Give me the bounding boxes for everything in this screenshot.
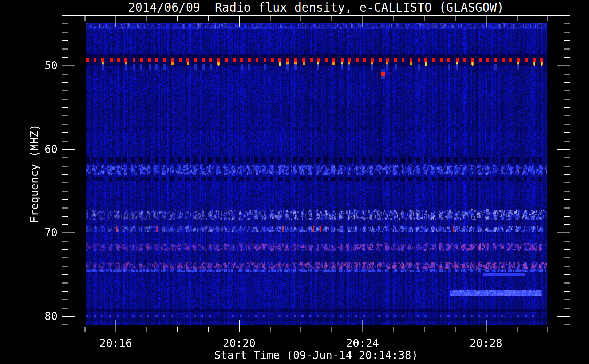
spectrogram-figure: 2014/06/09 Radio flux density, e-CALLIST… [0, 0, 589, 364]
x-axis-label: Start Time (09-Jun-14 20:14:38) [62, 349, 570, 361]
y-tick-label: 70 [28, 226, 58, 239]
x-tick-label: 20:20 [223, 337, 256, 349]
x-tick-label: 20:24 [346, 337, 379, 349]
x-tick-label: 20:28 [470, 337, 502, 349]
x-tick-label: 20:16 [99, 337, 132, 349]
y-tick-label: 80 [28, 310, 58, 323]
y-tick-label: 50 [28, 59, 58, 72]
axes-overlay [0, 0, 589, 364]
y-axis-label: Frequency (MHZ) [28, 124, 41, 223]
